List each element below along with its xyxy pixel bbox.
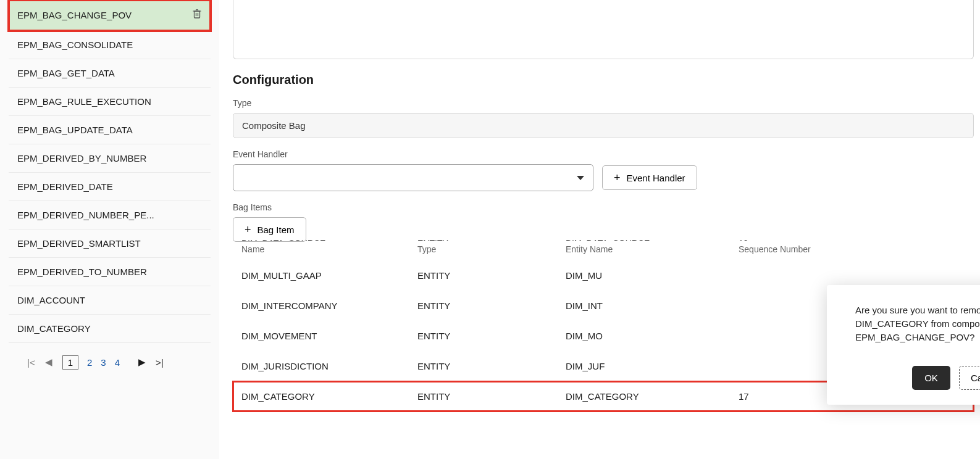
main-content: Configuration Type Composite Bag Event H… <box>219 0 980 459</box>
sidebar-item[interactable]: EPM_BAG_CONSOLIDATE <box>9 31 211 59</box>
sidebar-item[interactable]: EPM_BAG_GET_DATA <box>9 59 211 88</box>
cell-entity: DIM_JUF <box>566 361 739 371</box>
sidebar-item-label: EPM_BAG_RULE_EXECUTION <box>17 96 151 107</box>
cell-seq <box>739 270 965 281</box>
sidebar-item[interactable]: EPM_DERIVED_NUMBER_PE... <box>9 201 211 230</box>
pager-page: 1 <box>62 355 78 370</box>
event-handler-label: Event Handler <box>233 149 974 159</box>
cell-type: ENTITY <box>417 391 566 402</box>
sidebar-item-label: EPM_BAG_GET_DATA <box>17 68 115 78</box>
sidebar-item[interactable]: EPM_DERIVED_DATE <box>9 173 211 201</box>
header-type: Type <box>417 244 566 254</box>
cell-entity: DIM_CATEGORY <box>566 391 739 402</box>
cell-entity: DIM_MU <box>566 270 739 281</box>
sidebar-item[interactable]: EPM_BAG_CHANGE_POV <box>9 0 211 31</box>
sidebar-item-label: EPM_DERIVED_BY_NUMBER <box>17 153 146 163</box>
add-event-handler-button[interactable]: + Event Handler <box>602 165 697 190</box>
sidebar-item[interactable]: EPM_BAG_RULE_EXECUTION <box>9 88 211 116</box>
plus-icon: + <box>614 172 621 183</box>
sidebar: EPM_BAG_CHANGE_POVEPM_BAG_CONSOLIDATEEPM… <box>0 0 219 459</box>
sidebar-item-label: EPM_DERIVED_NUMBER_PE... <box>17 210 154 220</box>
pager-last[interactable]: >| <box>156 357 164 368</box>
ok-button[interactable]: OK <box>912 366 950 390</box>
sidebar-item-label: EPM_BAG_CONSOLIDATE <box>17 39 133 50</box>
add-bag-item-label: Bag Item <box>258 225 295 235</box>
dialog-message: Are you sure you want to remove the item… <box>855 304 980 344</box>
sidebar-item-label: EPM_BAG_UPDATE_DATA <box>17 125 133 135</box>
description-box[interactable] <box>233 0 974 59</box>
sidebar-item[interactable]: EPM_DERIVED_BY_NUMBER <box>9 144 211 173</box>
pager-next[interactable]: ▶ <box>138 357 146 368</box>
sidebar-item[interactable]: DIM_CATEGORY <box>9 315 211 343</box>
sidebar-item-label: DIM_ACCOUNT <box>17 295 85 305</box>
sidebar-item[interactable]: EPM_DERIVED_SMARTLIST <box>9 230 211 258</box>
cell-entity: DIM_MO <box>566 331 739 341</box>
sidebar-item[interactable]: EPM_DERIVED_TO_NUMBER <box>9 258 211 286</box>
bag-items-label: Bag Items <box>233 202 974 212</box>
cell-entity: DIM_INT <box>566 300 739 311</box>
cell-name: DIM_CATEGORY <box>241 391 417 402</box>
confirm-dialog: Are you sure you want to remove the item… <box>827 285 980 405</box>
sidebar-item[interactable]: DIM_ACCOUNT <box>9 286 211 315</box>
header-entity: Entity Name <box>566 244 739 254</box>
cell-name: DIM_MOVEMENT <box>241 331 417 341</box>
cutoff-row: DIM_DATA_SOURCE ENTITY DIM_DATA_SOURCE 1… <box>233 238 974 241</box>
svg-rect-0 <box>195 11 200 18</box>
sidebar-item-label: EPM_BAG_CHANGE_POV <box>17 10 132 20</box>
configuration-heading: Configuration <box>233 73 974 87</box>
plus-icon: + <box>245 224 251 235</box>
pager-page[interactable]: 2 <box>87 357 92 368</box>
pager-page[interactable]: 3 <box>101 357 106 368</box>
pager: |< ◀ 1234 ▶ >| <box>9 343 211 381</box>
cell-type: ENTITY <box>417 331 566 341</box>
type-label: Type <box>233 98 974 108</box>
pager-page[interactable]: 4 <box>115 357 120 368</box>
pager-prev[interactable]: ◀ <box>45 357 52 368</box>
sidebar-item-label: EPM_DERIVED_SMARTLIST <box>17 238 141 249</box>
sidebar-item[interactable]: EPM_BAG_UPDATE_DATA <box>9 116 211 144</box>
cell-name: DIM_INTERCOMPANY <box>241 300 417 311</box>
header-seq: Sequence Number <box>739 244 965 254</box>
type-value: Composite Bag <box>233 113 974 138</box>
table-headers: Name Type Entity Name Sequence Number <box>233 241 974 260</box>
cell-type: ENTITY <box>417 270 566 281</box>
add-event-handler-label: Event Handler <box>627 173 685 183</box>
pager-first[interactable]: |< <box>27 357 35 368</box>
sidebar-item-label: EPM_DERIVED_DATE <box>17 181 113 192</box>
header-name: Name <box>241 244 417 254</box>
trash-icon[interactable] <box>192 9 202 22</box>
cell-name: DIM_MULTI_GAAP <box>241 270 417 281</box>
sidebar-item-label: DIM_CATEGORY <box>17 323 91 334</box>
sidebar-item-label: EPM_DERIVED_TO_NUMBER <box>17 267 147 277</box>
chevron-down-icon <box>577 176 584 180</box>
cancel-button[interactable]: Cancel (auto-cancels in 18s) <box>959 366 980 390</box>
cell-name: DIM_JURISDICTION <box>241 361 417 371</box>
cell-type: ENTITY <box>417 361 566 371</box>
cell-type: ENTITY <box>417 300 566 311</box>
event-handler-select[interactable] <box>233 164 593 191</box>
